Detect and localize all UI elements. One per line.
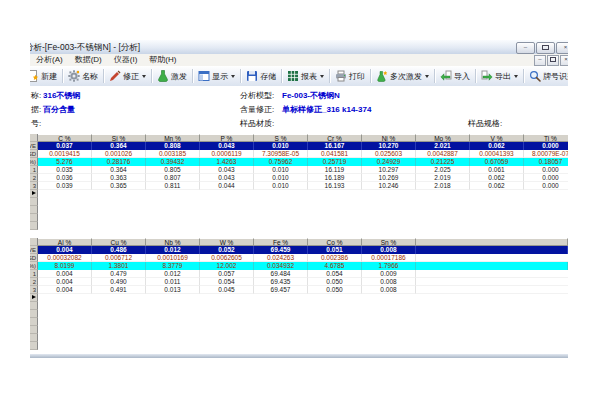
table-cell[interactable]: 0.807 (146, 174, 200, 182)
table-cell[interactable]: 0.054 (308, 270, 362, 278)
table-cell[interactable]: 0.035 (38, 166, 92, 174)
row-header[interactable] (30, 198, 38, 206)
table-cell[interactable]: 0.21225 (416, 158, 470, 166)
table-cell[interactable]: 0.012 (146, 246, 200, 254)
table-cell[interactable]: 0.010 (254, 142, 308, 150)
row-header[interactable]: 1 (30, 270, 38, 278)
table-cell[interactable]: 0.486 (92, 246, 146, 254)
row-header[interactable]: 2 (30, 174, 38, 182)
table-cell[interactable]: 16.193 (308, 182, 362, 190)
toolbar-button-magnifier[interactable]: 牌号识别 (525, 67, 568, 85)
table-cell[interactable]: 0.061 (470, 166, 524, 174)
table-cell[interactable]: 0.001026 (92, 150, 146, 158)
table-cell[interactable]: 0.0062605 (200, 254, 254, 262)
table-cell[interactable]: 0.006712 (92, 254, 146, 262)
table-cell[interactable]: 5.276 (38, 158, 92, 166)
table-cell[interactable]: 2.019 (416, 174, 470, 182)
close-button[interactable]: × (556, 42, 568, 54)
row-header[interactable] (30, 326, 38, 334)
table-cell[interactable]: 0.000 (524, 174, 568, 182)
table-cell[interactable]: 69.459 (254, 246, 308, 254)
table-cell[interactable]: 0.008 (362, 246, 416, 254)
menu-item[interactable]: 分析(A) (30, 54, 69, 66)
table-cell[interactable]: 0.0019415 (38, 150, 92, 158)
toolbar-button-export[interactable]: 导出 (477, 67, 522, 85)
table-cell[interactable]: 0.050 (308, 286, 362, 294)
row-header[interactable] (30, 334, 38, 342)
table-cell[interactable]: 0.004 (38, 278, 92, 286)
toolbar-button-pen[interactable]: 修正 (105, 67, 150, 85)
table-cell[interactable]: 0.012 (146, 270, 200, 278)
table-cell[interactable]: 0.043 (200, 142, 254, 150)
menu-item[interactable]: 帮助(H) (143, 54, 182, 66)
mdi-minimize-button[interactable]: – (534, 55, 546, 66)
toolbar-button-new[interactable]: 新建 (30, 67, 61, 85)
table-cell[interactable]: 0.0006119 (200, 150, 254, 158)
menu-item[interactable]: 仪器(I) (108, 54, 144, 66)
table-cell[interactable]: 0.010 (254, 174, 308, 182)
row-header[interactable] (30, 342, 38, 350)
title-bar[interactable]: 测量分析-[Fe-003-不锈钢N] - [分析] –× (30, 40, 568, 55)
table-cell[interactable]: 0.057 (200, 270, 254, 278)
table-cell[interactable]: 0.002386 (308, 254, 362, 262)
row-header[interactable] (30, 318, 38, 326)
table-cell[interactable]: 0.805 (146, 166, 200, 174)
menu-item[interactable]: 数据(D) (69, 54, 108, 66)
table-cell[interactable]: 0.808 (146, 142, 200, 150)
table-cell[interactable]: 0.25719 (308, 158, 362, 166)
toolbar-button-printer[interactable]: 打印 (331, 67, 369, 85)
table-cell[interactable]: 69.435 (254, 278, 308, 286)
table-cell[interactable]: 0.24929 (362, 158, 416, 166)
table-cell[interactable]: 8.00079E-07 (524, 150, 568, 158)
table-cell[interactable]: 0.034932 (254, 262, 308, 270)
table-cell[interactable]: 0.051 (308, 246, 362, 254)
table-cell[interactable]: 0.043 (200, 174, 254, 182)
table-cell[interactable]: 12.002 (200, 262, 254, 270)
row-header[interactable] (30, 190, 38, 198)
table-cell[interactable]: 0.025603 (362, 150, 416, 158)
table-cell[interactable]: 0.364 (92, 166, 146, 174)
mdi-restore-button[interactable] (547, 55, 559, 66)
maximize-button[interactable] (536, 42, 555, 54)
row-header[interactable] (30, 294, 38, 302)
toolbar-button-excel[interactable]: 报表 (283, 67, 328, 85)
table-cell[interactable]: 10.246 (362, 182, 416, 190)
table-cell[interactable]: 0.490 (92, 278, 146, 286)
table-cell[interactable]: 16.119 (308, 166, 362, 174)
table-cell[interactable]: 69.484 (254, 270, 308, 278)
row-header[interactable]: SD (30, 150, 38, 158)
table-cell[interactable]: 0.365 (92, 182, 146, 190)
table-cell[interactable]: 0.00017186 (362, 254, 416, 262)
row-header[interactable]: SD (30, 254, 38, 262)
table-cell[interactable]: 2.025 (416, 166, 470, 174)
table-cell[interactable]: 0.062 (470, 142, 524, 150)
table-cell[interactable]: 0.00041393 (470, 150, 524, 158)
mdi-close-button[interactable]: × (560, 55, 568, 66)
table-cell[interactable]: 0.00032082 (38, 254, 92, 262)
row-header[interactable] (30, 206, 38, 214)
table-cell[interactable]: 0.491 (92, 286, 146, 294)
table-cell[interactable]: 0.009 (362, 270, 416, 278)
row-header[interactable]: AVE (30, 142, 38, 150)
table-cell[interactable]: 0.000 (524, 182, 568, 190)
table-cell[interactable]: 0.011 (146, 278, 200, 286)
table-cell[interactable]: 0.008 (362, 278, 416, 286)
table-cell[interactable]: 1.4263 (200, 158, 254, 166)
row-header[interactable] (30, 302, 38, 310)
table-cell[interactable]: 0.811 (146, 182, 200, 190)
table-cell[interactable]: 0.000 (524, 142, 568, 150)
row-header[interactable]: RSD(%) (30, 158, 38, 166)
table-cell[interactable]: 0.010 (254, 182, 308, 190)
table-cell[interactable]: 0.008 (362, 286, 416, 294)
table-cell[interactable]: 1.3801 (92, 262, 146, 270)
table-cell[interactable]: 0.39432 (146, 158, 200, 166)
table-cell[interactable]: 1.7966 (362, 262, 416, 270)
table-cell[interactable]: 10.297 (362, 166, 416, 174)
toolbar-button-window[interactable]: 显示 (194, 67, 239, 85)
row-header[interactable]: 1 (30, 166, 38, 174)
row-header[interactable] (30, 214, 38, 222)
table-cell[interactable]: 0.062 (470, 182, 524, 190)
table-cell[interactable]: 2.021 (416, 142, 470, 150)
table-cell[interactable]: 0.0010169 (146, 254, 200, 262)
table-cell[interactable]: 10.270 (362, 142, 416, 150)
